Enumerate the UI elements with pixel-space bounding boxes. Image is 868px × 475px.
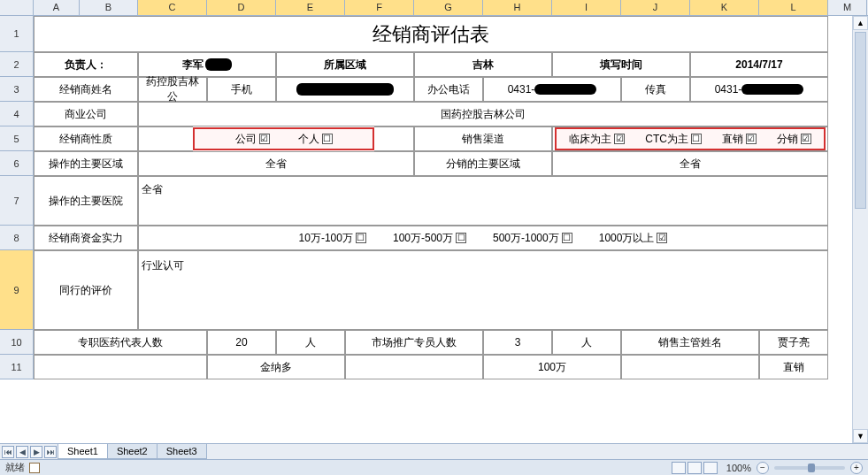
- col-D[interactable]: D: [207, 0, 276, 15]
- scroll-up-icon[interactable]: ▲: [853, 16, 868, 30]
- tab-sheet1[interactable]: Sheet1: [58, 444, 108, 459]
- select-all-corner[interactable]: [0, 0, 34, 16]
- value-hospitals[interactable]: 全省: [138, 176, 828, 226]
- col-G[interactable]: G: [414, 0, 483, 15]
- col-M[interactable]: M: [828, 0, 867, 15]
- sheet-tab-bar: ⏮ ◀ ▶ ⏭ Sheet1 Sheet2 Sheet3: [0, 443, 868, 459]
- row-3[interactable]: 3: [0, 77, 33, 102]
- opt-distrib[interactable]: 分销☑: [777, 132, 811, 147]
- opt-ctc[interactable]: CTC为主☐: [645, 132, 702, 147]
- row-1[interactable]: 1: [0, 16, 33, 52]
- tab-sheet3[interactable]: Sheet3: [157, 444, 207, 459]
- status-bar: 就绪 100% − +: [0, 459, 868, 475]
- redacted-block: [296, 83, 394, 96]
- checkbox-icon: ☑: [259, 134, 270, 144]
- label-office-phone: 办公电话: [414, 77, 483, 102]
- checkbox-icon: ☐: [562, 233, 572, 243]
- channel-options[interactable]: 临床为主☑ CTC为主☐ 直销☑ 分销☑: [555, 127, 826, 150]
- value-office-phone[interactable]: 0431-: [483, 77, 621, 102]
- value-promo-count[interactable]: 3: [483, 330, 552, 355]
- value-region[interactable]: 吉林: [414, 52, 552, 77]
- row-headers: 1 2 3 4 5 6 7 8 9 10 11: [0, 16, 34, 379]
- row-8[interactable]: 8: [0, 226, 33, 250]
- row-11[interactable]: 11: [0, 355, 33, 379]
- capital-options[interactable]: 10万-100万☐ 100万-500万☐ 500万-1000万☐ 1000万以上…: [138, 226, 828, 250]
- cell-11-e[interactable]: [345, 355, 483, 379]
- value-responsible[interactable]: 李军: [138, 52, 276, 77]
- opt-individual[interactable]: 个人☐: [298, 132, 333, 147]
- cell-11-a[interactable]: [34, 355, 207, 379]
- row-7[interactable]: 7: [0, 176, 33, 226]
- col-F[interactable]: F: [345, 0, 414, 15]
- row-6[interactable]: 6: [0, 151, 33, 176]
- value-dealer-name[interactable]: 药控股吉林公: [138, 77, 207, 102]
- view-normal-icon[interactable]: [672, 462, 686, 474]
- cap-opt-3[interactable]: 500万-1000万☐: [493, 231, 572, 246]
- checkbox-icon: ☑: [801, 134, 811, 144]
- value-op-region[interactable]: 全省: [138, 151, 414, 176]
- checkbox-icon: ☐: [356, 233, 366, 243]
- row-5[interactable]: 5: [0, 126, 33, 151]
- tab-last-icon[interactable]: ⏭: [44, 446, 57, 458]
- tab-sheet2[interactable]: Sheet2: [107, 444, 157, 459]
- cell-11-g[interactable]: 100万: [483, 355, 621, 379]
- view-mode-icons: [672, 462, 718, 474]
- tab-next-icon[interactable]: ▶: [30, 446, 42, 458]
- col-J[interactable]: J: [621, 0, 690, 15]
- row-10[interactable]: 10: [0, 330, 33, 355]
- tab-prev-icon[interactable]: ◀: [16, 446, 28, 458]
- view-layout-icon[interactable]: [687, 462, 702, 474]
- cell-11-i[interactable]: [621, 355, 759, 379]
- opt-company[interactable]: 公司☑: [235, 132, 270, 147]
- zoom-thumb[interactable]: [808, 464, 815, 472]
- zoom-label: 100%: [726, 463, 751, 473]
- col-H[interactable]: H: [483, 0, 552, 15]
- cap-opt-2[interactable]: 100万-500万☐: [393, 231, 466, 246]
- col-K[interactable]: K: [690, 0, 759, 15]
- value-manager[interactable]: 贾子亮: [759, 330, 828, 355]
- col-A[interactable]: A: [34, 0, 80, 15]
- cap-opt-4[interactable]: 1000万以上☑: [599, 231, 668, 246]
- value-fax[interactable]: 0431-: [690, 77, 828, 102]
- cell-11-l[interactable]: 直销: [759, 355, 828, 379]
- col-I[interactable]: I: [552, 0, 621, 15]
- row-2[interactable]: 2: [0, 52, 33, 77]
- redacted-block: [205, 58, 232, 71]
- col-C[interactable]: C: [138, 0, 207, 15]
- cell-11-c[interactable]: 金纳多: [207, 355, 345, 379]
- col-L[interactable]: L: [759, 0, 828, 15]
- col-B[interactable]: B: [80, 0, 138, 15]
- cap-opt-1[interactable]: 10万-100万☐: [299, 231, 366, 246]
- dealer-nature-options[interactable]: 公司☑ 个人☐: [193, 127, 374, 150]
- label-capital: 经销商资金实力: [34, 226, 138, 250]
- zoom-slider[interactable]: [774, 466, 845, 470]
- label-channel: 销售渠道: [414, 126, 552, 151]
- row-9[interactable]: 9: [0, 250, 33, 330]
- value-dist-region[interactable]: 全省: [552, 151, 828, 176]
- label-responsible: 负责人：: [34, 52, 138, 77]
- vertical-scrollbar[interactable]: ▲ ▼: [852, 16, 868, 443]
- col-E[interactable]: E: [276, 0, 345, 15]
- spacer: [374, 126, 414, 151]
- value-rep-count[interactable]: 20: [207, 330, 276, 355]
- label-dealer-nature: 经销商性质: [34, 126, 138, 151]
- zoom-in-icon[interactable]: +: [850, 462, 863, 474]
- zoom-control: 100% − +: [726, 462, 863, 474]
- zoom-out-icon[interactable]: −: [757, 462, 769, 474]
- spreadsheet-grid[interactable]: 经销商评估表 负责人： 李军 所属区域 吉林 填写时间 2014/7/17 经销…: [34, 16, 850, 443]
- redacted-block: [741, 84, 803, 95]
- scroll-thumb[interactable]: [855, 32, 866, 209]
- value-mobile[interactable]: [276, 77, 414, 102]
- value-company[interactable]: 国药控股吉林公司: [138, 102, 828, 126]
- value-peer[interactable]: 行业认可: [138, 250, 828, 330]
- value-time[interactable]: 2014/7/17: [690, 52, 828, 77]
- tab-first-icon[interactable]: ⏮: [2, 446, 14, 458]
- opt-clinical[interactable]: 临床为主☑: [569, 132, 625, 147]
- label-company: 商业公司: [34, 102, 138, 126]
- view-break-icon[interactable]: [703, 462, 718, 474]
- opt-direct[interactable]: 直销☑: [722, 132, 757, 147]
- scroll-down-icon[interactable]: ▼: [853, 429, 868, 443]
- row-4[interactable]: 4: [0, 102, 33, 126]
- macro-record-icon[interactable]: [29, 463, 40, 473]
- label-hospitals: 操作的主要医院: [34, 176, 138, 226]
